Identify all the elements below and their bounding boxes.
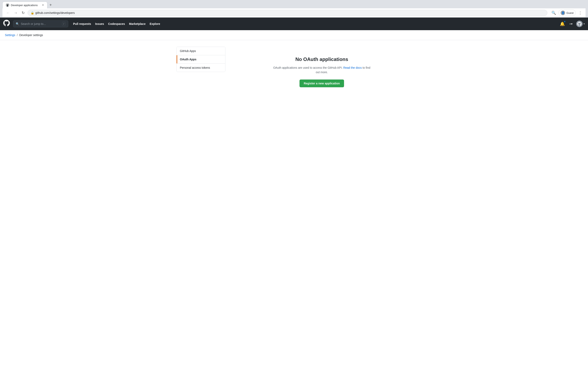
avatar xyxy=(576,21,583,27)
empty-state-heading: No OAuth applications xyxy=(273,57,371,62)
tab-close-button[interactable]: × xyxy=(42,3,44,7)
nav-links: Pull requests Issues Codespaces Marketpl… xyxy=(71,22,162,25)
search-icon: 🔍 xyxy=(16,22,19,25)
search-placeholder: Search or jump to... xyxy=(21,22,46,25)
sidebar-nav: GitHub Apps OAuth Apps Personal access t… xyxy=(176,47,225,72)
empty-state-description: OAuth applications are used to access th… xyxy=(273,66,371,75)
browser-search-button[interactable]: 🔍 xyxy=(551,10,557,16)
breadcrumb: Settings / Developer settings xyxy=(5,33,583,37)
user-avatar-circle: 👤 xyxy=(561,11,565,15)
tab-favicon xyxy=(6,3,9,7)
breadcrumb-current: Developer settings xyxy=(19,33,43,37)
empty-state: No OAuth applications OAuth applications… xyxy=(273,57,371,87)
sidebar-link-oauth-apps[interactable]: OAuth Apps xyxy=(177,55,225,63)
main-content: No OAuth applications OAuth applications… xyxy=(232,47,412,97)
read-docs-link[interactable]: Read the docs xyxy=(343,66,362,69)
user-avatar-button[interactable]: ▾ xyxy=(576,21,585,27)
github-logo[interactable] xyxy=(3,20,10,28)
sidebar-link-personal-access-tokens[interactable]: Personal access tokens xyxy=(177,64,225,72)
notification-badge xyxy=(564,21,566,23)
notifications-button[interactable]: 🔔 xyxy=(559,21,566,27)
page-body: Settings / Developer settings GitHub App… xyxy=(0,30,588,367)
sidebar-link-github-apps[interactable]: GitHub Apps xyxy=(177,47,225,55)
nav-item-issues[interactable]: Issues xyxy=(94,22,106,25)
sidebar-item-oauth-apps[interactable]: OAuth Apps xyxy=(177,55,225,64)
address-field[interactable]: 🔒 github.com/settings/developers xyxy=(27,10,547,16)
nav-link-issues[interactable]: Issues xyxy=(94,21,106,27)
breadcrumb-bar: Settings / Developer settings xyxy=(0,30,588,40)
browser-address-bar: ← → ↻ 🔒 github.com/settings/developers 🔍… xyxy=(2,8,586,17)
user-label: Guest xyxy=(566,11,573,15)
browser-actions: 🔍 👤 Guest ⋮ xyxy=(551,9,583,16)
browser-menu-button[interactable]: ⋮ xyxy=(577,9,583,16)
url-text: github.com/settings/developers xyxy=(35,11,75,15)
nav-link-codespaces[interactable]: Codespaces xyxy=(107,21,127,27)
nav-link-marketplace[interactable]: Marketplace xyxy=(127,21,147,27)
new-tab-button[interactable]: + xyxy=(48,2,53,8)
search-kbd: / xyxy=(62,22,66,26)
avatar-dropdown-icon: ▾ xyxy=(584,22,585,25)
nav-item-pull-requests[interactable]: Pull requests xyxy=(71,22,93,25)
nav-back-button[interactable]: ← xyxy=(5,10,11,16)
nav-item-codespaces[interactable]: Codespaces xyxy=(107,22,127,25)
nav-link-explore[interactable]: Explore xyxy=(148,21,162,27)
tab-title: Developer applications xyxy=(11,4,38,7)
user-avatar-pill[interactable]: 👤 Guest xyxy=(558,9,576,16)
breadcrumb-separator: / xyxy=(17,33,18,37)
sidebar-item-github-apps[interactable]: GitHub Apps xyxy=(177,47,225,55)
nav-forward-button[interactable]: → xyxy=(13,10,19,16)
sidebar: GitHub Apps OAuth Apps Personal access t… xyxy=(176,47,225,97)
nav-reload-button[interactable]: ↻ xyxy=(20,10,26,16)
register-application-button[interactable]: Register a new application xyxy=(300,80,344,87)
nav-item-marketplace[interactable]: Marketplace xyxy=(127,22,147,25)
nav-right: 🔔 +▾ ▾ xyxy=(559,21,585,27)
browser-tab-bar: Developer applications × + xyxy=(2,2,586,8)
sidebar-item-personal-access-tokens[interactable]: Personal access tokens xyxy=(177,64,225,72)
github-search[interactable]: 🔍 Search or jump to... / xyxy=(13,20,68,27)
github-nav: 🔍 Search or jump to... / Pull requests I… xyxy=(0,17,588,30)
nav-item-explore[interactable]: Explore xyxy=(148,22,162,25)
browser-chrome: Developer applications × + ← → ↻ 🔒 githu… xyxy=(0,0,588,17)
create-new-button[interactable]: +▾ xyxy=(568,21,574,26)
content-area: GitHub Apps OAuth Apps Personal access t… xyxy=(172,40,416,104)
browser-tab-active[interactable]: Developer applications × xyxy=(2,2,47,8)
lock-icon: 🔒 xyxy=(31,11,34,15)
nav-link-pull-requests[interactable]: Pull requests xyxy=(71,21,93,27)
breadcrumb-settings-link[interactable]: Settings xyxy=(5,33,15,37)
plus-label: +▾ xyxy=(570,22,572,25)
